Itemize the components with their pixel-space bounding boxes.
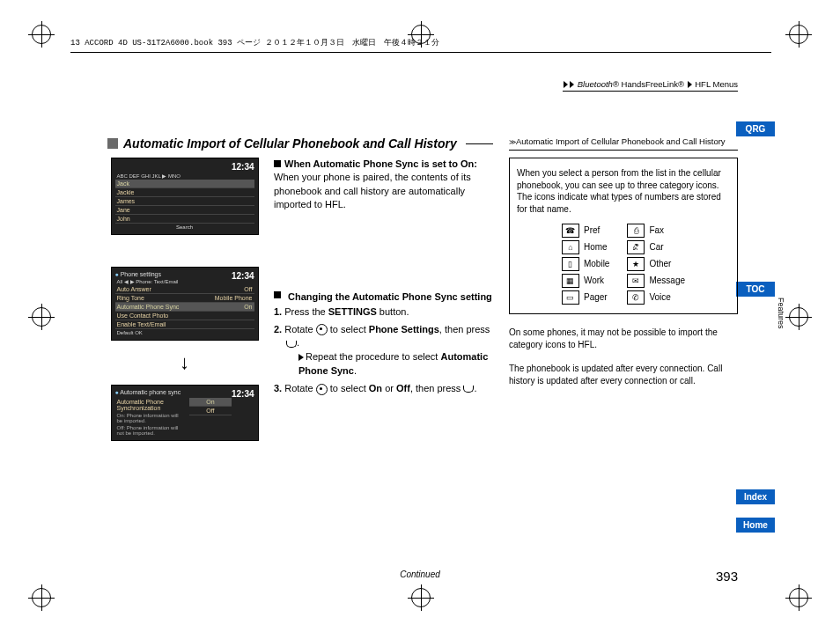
screenshot-phonebook-list: 12:34 ABC DEF GHI JKL ▶ MNO Jack Jackie … (111, 158, 259, 235)
square-icon (107, 138, 118, 149)
chevron-right-icon (570, 81, 574, 88)
square-icon (274, 291, 281, 298)
fax-icon: ⎙ (627, 224, 645, 238)
pager-icon: ▭ (562, 290, 579, 305)
crop-mark (789, 588, 808, 607)
sub1-body: When your phone is paired, the contents … (274, 171, 493, 211)
side-info-box: When you select a person from the list i… (509, 158, 738, 314)
crop-mark (789, 307, 808, 327)
car-icon: ⛐ (627, 240, 645, 254)
dial-icon (316, 324, 328, 335)
pref-icon: ☎ (562, 224, 579, 238)
triangle-right-icon (298, 354, 304, 361)
crop-mark (32, 25, 51, 44)
sub1-title: When Automatic Phone Sync is set to On: (284, 158, 477, 169)
mobile-icon: ▯ (562, 257, 579, 271)
step-3: 3. Rotate to select On or Off, then pres… (274, 382, 493, 396)
message-icon: ✉ (627, 274, 645, 288)
side-note-2: The phonebook is updated after every con… (509, 363, 738, 386)
tab-qrg[interactable]: QRG (736, 121, 775, 136)
section-label: Features (777, 298, 785, 329)
step-2: 2. Rotate to select Phone Settings, then… (274, 323, 493, 379)
sub2-title: Changing the Automatic Phone Sync settin… (288, 291, 492, 302)
dial-icon (316, 384, 328, 395)
print-header: 13 ACCORD 4D US-31T2A6000.book 393 ページ ２… (70, 37, 771, 53)
chevron-right-icon (564, 81, 568, 88)
tab-toc[interactable]: TOC (736, 282, 775, 297)
side-note-1: On some phones, it may not be possible t… (509, 327, 738, 350)
page-number: 393 (716, 569, 738, 584)
continued-label: Continued (400, 570, 440, 579)
chevron-right-icon (688, 81, 692, 88)
work-icon: ▦ (562, 274, 579, 288)
step-1: 1. Press the SETTINGS button. (274, 305, 493, 320)
crop-mark (411, 588, 431, 607)
crop-mark (32, 588, 51, 607)
side-header: ≫Automatic Import of Cellular Phonebook … (509, 136, 738, 146)
screenshot-auto-sync: ● Automatic phone sync12:34 Automatic Ph… (111, 385, 259, 441)
crop-mark (32, 307, 51, 327)
home-icon: ⌂ (562, 240, 579, 254)
breadcrumb: Bluetooth® HandsFreeLink® HFL Menus (563, 79, 738, 92)
header-text: 13 ACCORD 4D US-31T2A6000.book 393 ページ ２… (70, 39, 439, 48)
crop-mark (789, 25, 808, 44)
section-title: Automatic Import of Cellular Phonebook a… (123, 136, 457, 151)
screenshot-phone-settings: ● Phone settings12:34 All ◀ ▶ Phone: Tex… (111, 267, 259, 341)
press-icon (463, 386, 474, 393)
tab-home[interactable]: Home (736, 518, 775, 533)
square-icon (274, 160, 281, 167)
tab-index[interactable]: Index (736, 489, 775, 504)
icon-table: ☎Pref ⌂Home ▯Mobile ▦Work ▭Pager ⎙Fax ⛐C… (517, 224, 730, 305)
side-body: When you select a person from the list i… (517, 167, 730, 215)
press-icon (286, 341, 297, 348)
arrow-down-icon: ↓ (180, 351, 189, 374)
other-icon: ★ (627, 257, 645, 271)
voice-icon: ✆ (627, 290, 645, 305)
